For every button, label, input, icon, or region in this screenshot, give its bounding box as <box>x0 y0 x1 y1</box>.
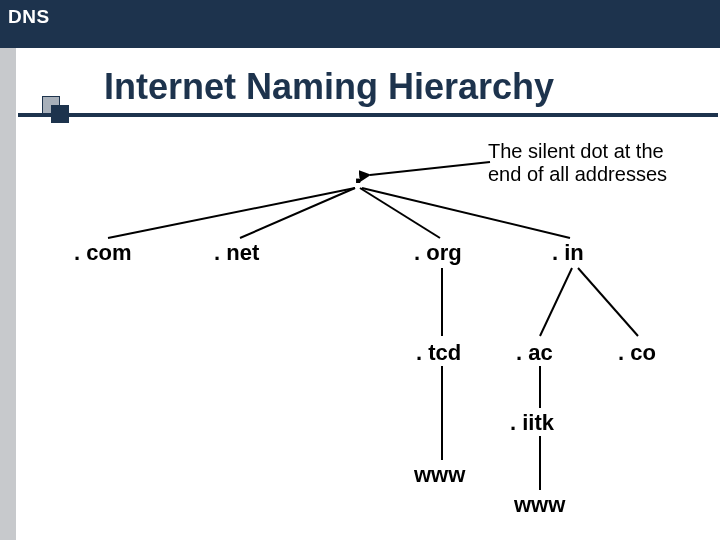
node-root: . <box>354 156 362 190</box>
svg-line-1 <box>108 188 355 238</box>
root-note: The silent dot at the end of all address… <box>488 140 698 186</box>
node-com: . com <box>74 240 131 266</box>
left-rail <box>0 48 16 540</box>
node-in: . in <box>552 240 584 266</box>
title-bullet-icon <box>42 96 82 124</box>
node-org: . org <box>414 240 462 266</box>
title-underline <box>18 113 718 117</box>
page-title: Internet Naming Hierarchy <box>104 66 554 108</box>
node-iitk: . iitk <box>510 410 554 436</box>
svg-line-6 <box>540 268 572 336</box>
slide: DNS Internet Naming Hierarchy The silent… <box>0 0 720 540</box>
node-www-tcd: www <box>414 462 465 488</box>
svg-line-0 <box>370 162 490 175</box>
header-bar: DNS <box>0 0 720 48</box>
node-ac: . ac <box>516 340 553 366</box>
svg-line-3 <box>360 188 440 238</box>
node-co: . co <box>618 340 656 366</box>
svg-line-2 <box>240 188 355 238</box>
svg-line-7 <box>578 268 638 336</box>
node-www-iitk: www <box>514 492 565 518</box>
node-net: . net <box>214 240 259 266</box>
node-tcd: . tcd <box>416 340 461 366</box>
header-title: DNS <box>8 6 50 28</box>
svg-line-4 <box>362 188 570 238</box>
